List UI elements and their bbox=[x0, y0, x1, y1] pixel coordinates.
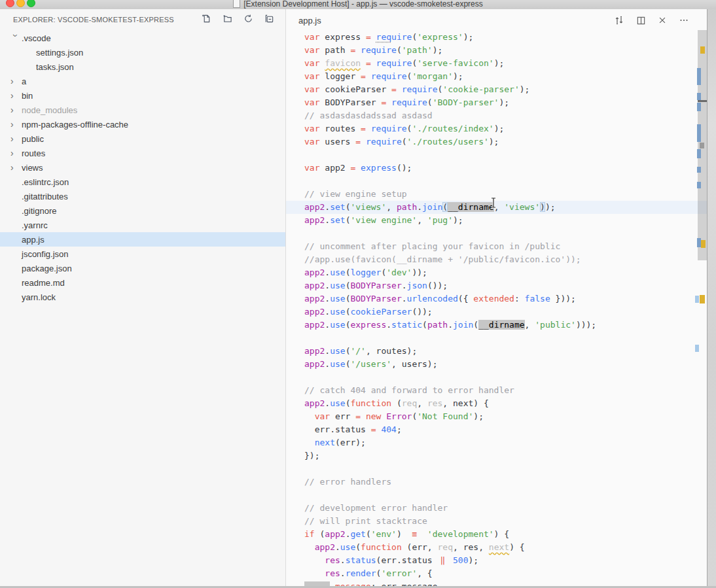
tree-item-views[interactable]: ›views bbox=[0, 160, 285, 175]
tree-item-.eslintrc.json[interactable]: ›.eslintrc.json bbox=[0, 175, 285, 189]
code-line[interactable]: app2.use(BODYParser.json()); bbox=[286, 279, 707, 292]
ruler-decoration bbox=[700, 143, 704, 148]
code-line[interactable] bbox=[286, 227, 707, 240]
code-line[interactable]: next(err); bbox=[286, 436, 707, 449]
code-line[interactable]: app2.use(logger('dev')); bbox=[286, 266, 707, 279]
tree-item-.gitignore[interactable]: ›.gitignore bbox=[0, 203, 285, 218]
tree-item-label: routes bbox=[22, 148, 45, 158]
tree-item-.gitattributes[interactable]: ›.gitattributes bbox=[0, 189, 285, 203]
ruler-decoration bbox=[697, 182, 701, 188]
desktop-strip bbox=[707, 9, 716, 588]
collapse-all-icon[interactable] bbox=[264, 13, 274, 24]
ruler-decoration bbox=[697, 103, 701, 111]
code-line[interactable]: // error handlers bbox=[286, 476, 707, 489]
open-changes-icon[interactable] bbox=[614, 15, 624, 26]
code-line[interactable]: // asdasdasdadssad asdasd bbox=[286, 109, 707, 122]
code-line[interactable]: app2.use(express.static(path.join(__dirn… bbox=[286, 319, 707, 332]
chevron-collapsed-icon[interactable]: › bbox=[10, 163, 22, 172]
code-line[interactable]: var app2 = express(); bbox=[286, 162, 707, 175]
tree-item-settings.json[interactable]: ›settings.json bbox=[0, 45, 285, 60]
ruler-decoration bbox=[695, 345, 699, 352]
tree-item-label: app.js bbox=[22, 235, 45, 245]
chevron-expanded-icon[interactable]: › bbox=[11, 34, 20, 45]
tree-item-tasks.json[interactable]: ›tasks.json bbox=[0, 60, 285, 74]
code-line[interactable]: app2.use('/users', users); bbox=[286, 358, 707, 371]
code-line[interactable] bbox=[286, 175, 707, 188]
chevron-collapsed-icon[interactable]: › bbox=[10, 105, 22, 114]
code-line[interactable]: var express = require('express'); bbox=[286, 31, 707, 44]
tree-item-public[interactable]: ›public bbox=[0, 131, 285, 146]
code-line[interactable] bbox=[286, 462, 707, 476]
tree-item-label: settings.json bbox=[36, 48, 83, 58]
code-line[interactable] bbox=[286, 371, 707, 384]
document-proxy-icon bbox=[233, 0, 240, 8]
code-line[interactable]: var logger = require('morgan'); bbox=[286, 70, 707, 83]
code-line[interactable]: res.status(err.status ‖ 500); bbox=[286, 554, 707, 567]
code-line[interactable]: }); bbox=[286, 449, 707, 462]
tree-item-package.json[interactable]: ›package.json bbox=[0, 261, 285, 275]
code-line[interactable]: if (app2.get('env') ≡ 'development') { bbox=[286, 528, 707, 541]
chevron-collapsed-icon[interactable]: › bbox=[10, 134, 22, 143]
code-line[interactable] bbox=[286, 332, 707, 345]
ruler-decoration bbox=[700, 295, 705, 303]
code-line[interactable]: var cookieParser = require('cookie-parse… bbox=[286, 83, 707, 96]
code-line[interactable]: var BODYParser = require('BODY-parser'); bbox=[286, 96, 707, 109]
code-line[interactable]: var routes = require('./routes/index'); bbox=[286, 122, 707, 135]
tree-item-routes[interactable]: ›routes bbox=[0, 146, 285, 160]
code-line[interactable]: //app.use(favicon(__dirname + '/public/f… bbox=[286, 253, 707, 266]
new-folder-icon[interactable] bbox=[222, 13, 232, 24]
tree-item-label: .gitattributes bbox=[22, 192, 68, 201]
code-line[interactable]: res.render('error', { bbox=[286, 567, 707, 580]
code-line[interactable]: app2.use(function (req, res, next) { bbox=[286, 397, 707, 410]
tab-app-js[interactable]: app.js bbox=[286, 9, 321, 31]
code-line[interactable]: var favicon = require('serve-favicon'); bbox=[286, 57, 707, 70]
mouse-ibeam-cursor bbox=[490, 197, 498, 211]
chevron-collapsed-icon[interactable]: › bbox=[10, 148, 22, 158]
tree-item-.yarnrc[interactable]: ›.yarnrc bbox=[0, 218, 285, 232]
tree-item-label: readme.md bbox=[22, 278, 65, 288]
code-line[interactable]: var err = new Error('Not Found'); bbox=[286, 410, 707, 423]
code-line[interactable]: err.status = 404; bbox=[286, 423, 707, 436]
close-icon[interactable] bbox=[657, 15, 668, 26]
more-actions-icon[interactable] bbox=[679, 15, 689, 26]
tree-item-label: .vscode bbox=[22, 33, 51, 43]
code-line[interactable]: // catch 404 and forward to error handle… bbox=[286, 384, 707, 397]
tree-item-label: .yarnrc bbox=[22, 220, 48, 230]
chevron-collapsed-icon[interactable]: › bbox=[10, 120, 22, 129]
new-file-icon[interactable] bbox=[201, 13, 211, 24]
code-line[interactable]: // development error handler bbox=[286, 502, 707, 515]
code-line[interactable]: app2.use('/', routes); bbox=[286, 345, 707, 358]
window-title-wrap: [Extension Development Host] - app.js — … bbox=[0, 0, 716, 10]
code-line[interactable]: var path = require('path'); bbox=[286, 44, 707, 57]
tree-item-yarn.lock[interactable]: ›yarn.lock bbox=[0, 290, 285, 304]
tree-item-a[interactable]: ›a bbox=[0, 74, 285, 88]
ruler-decoration bbox=[698, 100, 707, 102]
code-line[interactable]: app2.use(cookieParser()); bbox=[286, 305, 707, 319]
tree-item-.vscode[interactable]: ›.vscode bbox=[0, 31, 285, 45]
chevron-collapsed-icon[interactable]: › bbox=[10, 77, 22, 86]
code-line[interactable]: app2.use(function (err, req, res, next) … bbox=[286, 541, 707, 554]
code-line[interactable] bbox=[286, 489, 707, 502]
code-line[interactable]: // uncomment after placing your favicon … bbox=[286, 240, 707, 253]
code-line[interactable]: // will print stacktrace bbox=[286, 515, 707, 528]
tree-item-npm-packages-offline-cache[interactable]: ›npm-packages-offline-cache bbox=[0, 117, 285, 131]
tree-item-readme.md[interactable]: ›readme.md bbox=[0, 275, 285, 290]
refresh-icon[interactable] bbox=[243, 13, 253, 24]
tree-item-bin[interactable]: ›bin bbox=[0, 88, 285, 103]
code-line[interactable]: app2.use(BODYParser.urlencoded({ extende… bbox=[286, 292, 707, 305]
ruler-decoration bbox=[697, 124, 701, 142]
tree-item-label: yarn.lock bbox=[22, 292, 56, 302]
tree-item-app.js[interactable]: ›app.js bbox=[0, 232, 285, 247]
tree-item-jsconfig.json[interactable]: ›jsconfig.json bbox=[0, 247, 285, 261]
chevron-collapsed-icon[interactable]: › bbox=[10, 91, 22, 100]
code-line[interactable] bbox=[286, 148, 707, 162]
ruler-decoration bbox=[697, 149, 701, 158]
code-line[interactable]: var users = require('./routes/users'); bbox=[286, 135, 707, 148]
editor-tabbar: app.js bbox=[286, 9, 707, 31]
window-title: [Extension Development Host] - app.js — … bbox=[243, 0, 482, 9]
split-editor-icon[interactable] bbox=[635, 15, 646, 26]
code-editor[interactable]: var express = require('express');var pat… bbox=[286, 31, 707, 588]
code-line[interactable]: app2.set('view engine', 'pug'); bbox=[286, 214, 707, 227]
tree-item-label: public bbox=[22, 134, 44, 144]
tree-item-node_modules[interactable]: ›node_modules bbox=[0, 103, 285, 117]
